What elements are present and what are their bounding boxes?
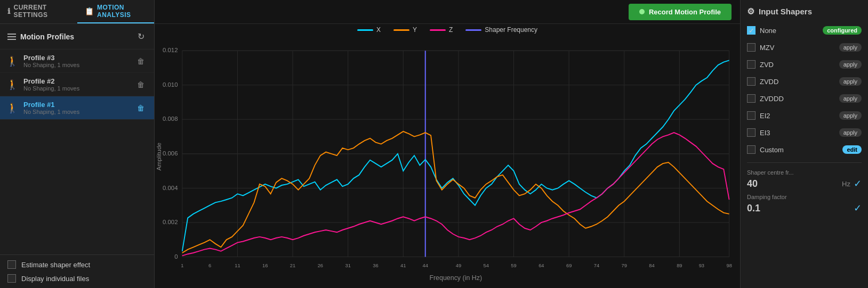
top-tabs: ℹ CURRENT SETTINGS 📋 MOTION ANALYSIS	[0, 0, 154, 24]
shaper-ei2-row[interactable]: EI2 apply	[747, 109, 862, 122]
shaper-mzv-checkbox[interactable]	[747, 43, 756, 52]
svg-text:0.012: 0.012	[163, 46, 178, 53]
shaper-zvdd-row[interactable]: ZVDD apply	[747, 75, 862, 88]
svg-text:89: 89	[677, 262, 682, 268]
svg-text:93: 93	[699, 262, 704, 268]
shaper-zvdd-label: ZVDD	[760, 78, 835, 86]
record-dot-icon	[639, 9, 645, 14]
shaper-zvddd-checkbox[interactable]	[747, 94, 756, 103]
estimate-shaper-row[interactable]: Estimate shaper effect	[7, 260, 147, 269]
profile-item-3[interactable]: 🚶 Profile #3 No Shaping, 1 moves 🗑	[0, 50, 154, 73]
legend-line-z	[430, 29, 446, 31]
shaper-mzv-apply[interactable]: apply	[839, 43, 862, 52]
profile-sub-2: No Shaping, 1 moves	[23, 85, 128, 92]
svg-text:54: 54	[484, 262, 489, 268]
runner-icon-1: 🚶	[6, 102, 18, 114]
info-icon: ℹ	[7, 7, 11, 15]
delete-profile-1[interactable]: 🗑	[134, 103, 148, 113]
shaper-zvd-apply[interactable]: apply	[839, 60, 862, 69]
chart-legend: X Y Z Shaper Frequency	[155, 24, 740, 37]
menu-icon	[7, 34, 16, 40]
shaper-zvd-row[interactable]: ZVD apply	[747, 58, 862, 71]
shaper-ei2-apply[interactable]: apply	[839, 111, 862, 120]
legend-label-shaper: Shaper Frequency	[485, 26, 537, 34]
damping-factor-section: Damping factor 0.1 ✓	[747, 194, 862, 214]
legend-x: X	[357, 26, 381, 34]
svg-text:79: 79	[622, 262, 627, 268]
svg-text:36: 36	[373, 262, 378, 268]
svg-text:1: 1	[181, 262, 183, 268]
profile-info-1: Profile #1 No Shaping, 1 moves	[23, 101, 128, 115]
damping-factor-confirm-icon[interactable]: ✓	[854, 202, 862, 214]
svg-text:21: 21	[290, 262, 295, 268]
tab-current-settings[interactable]: ℹ CURRENT SETTINGS	[0, 0, 77, 23]
svg-text:59: 59	[511, 262, 516, 268]
shaper-mzv-row[interactable]: MZV apply	[747, 41, 862, 54]
estimate-shaper-checkbox[interactable]	[7, 260, 16, 269]
display-individual-row[interactable]: Display individual files	[7, 274, 147, 283]
sidebar-bottom: Estimate shaper effect Display individua…	[0, 254, 154, 288]
svg-text:Frequency (in Hz): Frequency (in Hz)	[429, 274, 482, 281]
profile-name-3: Profile #3	[23, 54, 128, 62]
shaper-ei3-row[interactable]: EI3 apply	[747, 126, 862, 139]
legend-line-y	[393, 29, 409, 31]
delete-profile-3[interactable]: 🗑	[134, 56, 148, 67]
profile-item-2[interactable]: 🚶 Profile #2 No Shaping, 1 moves 🗑	[0, 73, 154, 96]
configured-badge: configured	[823, 26, 862, 35]
shaper-freq-confirm-icon[interactable]: ✓	[854, 178, 862, 190]
shaper-custom-checkbox[interactable]	[747, 145, 756, 154]
shaper-custom-edit[interactable]: edit	[842, 145, 862, 154]
shaper-ei3-apply[interactable]: apply	[839, 128, 862, 137]
shaper-none-row[interactable]: ✓ None configured	[747, 24, 862, 37]
svg-text:69: 69	[566, 262, 572, 268]
shaper-mzv-label: MZV	[760, 44, 835, 52]
record-motion-profile-button[interactable]: Record Motion Profile	[629, 4, 732, 20]
legend-shaper-freq: Shaper Frequency	[465, 26, 537, 34]
legend-label-x: X	[376, 26, 381, 34]
shaper-zvddd-label: ZVDDD	[760, 95, 835, 103]
delete-profile-2[interactable]: 🗑	[134, 79, 148, 90]
estimate-shaper-label: Estimate shaper effect	[21, 261, 90, 269]
right-panel: ⚙ Input Shapers ✓ None configured MZV ap…	[740, 0, 868, 288]
damping-factor-label: Damping factor	[747, 194, 862, 200]
current-settings-label: CURRENT SETTINGS	[14, 4, 70, 19]
svg-text:84: 84	[649, 262, 654, 268]
record-btn-label: Record Motion Profile	[649, 8, 721, 16]
runner-icon-3: 🚶	[6, 55, 18, 67]
svg-text:44: 44	[423, 262, 428, 268]
tab-motion-analysis[interactable]: 📋 MOTION ANALYSIS	[77, 0, 154, 23]
shaper-ei3-label: EI3	[760, 129, 835, 137]
display-individual-label: Display individual files	[21, 275, 89, 283]
svg-text:64: 64	[539, 262, 544, 268]
divider-1	[747, 162, 862, 163]
section-header-left: Motion Profiles	[7, 32, 74, 41]
svg-text:0.008: 0.008	[163, 115, 178, 122]
clipboard-icon: 📋	[85, 7, 94, 15]
profile-item-1[interactable]: 🚶 Profile #1 No Shaping, 1 moves 🗑	[0, 96, 154, 120]
shaper-custom-row[interactable]: Custom edit	[747, 143, 862, 156]
shaper-ei3-checkbox[interactable]	[747, 128, 756, 137]
input-shapers-title: ⚙ Input Shapers	[747, 6, 862, 17]
shaper-zvd-label: ZVD	[760, 61, 835, 69]
shaper-zvddd-apply[interactable]: apply	[839, 94, 862, 103]
shaper-freq-value: 40	[747, 178, 839, 190]
shaper-ei2-checkbox[interactable]	[747, 111, 756, 120]
shaper-freq-label: Shaper centre fr...	[747, 169, 862, 176]
shaper-zvddd-row[interactable]: ZVDDD apply	[747, 92, 862, 105]
shaper-freq-section: Shaper centre fr... 40 Hz ✓	[747, 169, 862, 190]
svg-text:49: 49	[456, 262, 461, 268]
shaper-none-checkbox[interactable]: ✓	[747, 26, 756, 35]
svg-text:0.002: 0.002	[163, 218, 178, 225]
svg-text:0.004: 0.004	[163, 184, 178, 191]
shaper-zvdd-checkbox[interactable]	[747, 77, 756, 86]
legend-line-x	[357, 29, 373, 31]
legend-y: Y	[393, 26, 417, 34]
display-individual-checkbox[interactable]	[7, 274, 16, 283]
refresh-button[interactable]: ↻	[135, 29, 147, 44]
shaper-zvd-checkbox[interactable]	[747, 60, 756, 69]
legend-label-z: Z	[449, 26, 453, 34]
svg-text:0: 0	[174, 253, 178, 260]
legend-line-shaper	[465, 29, 481, 31]
shaper-icon: ⚙	[747, 6, 754, 17]
shaper-zvdd-apply[interactable]: apply	[839, 77, 862, 86]
